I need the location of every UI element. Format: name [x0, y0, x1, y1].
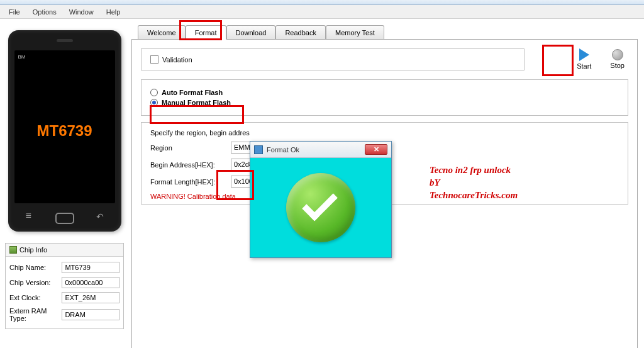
auto-format-radio[interactable]: [150, 89, 158, 96]
format-ok-dialog: Format Ok ✕: [250, 141, 392, 258]
chip-name-label: Chip Name:: [9, 264, 62, 271]
menu-file[interactable]: File: [3, 6, 26, 18]
chip-name-value: MT6739: [62, 262, 119, 273]
validation-box: Validation: [141, 48, 525, 70]
annotation-line2: bY: [430, 176, 440, 189]
phone-home-icon: [55, 213, 74, 224]
validation-label: Validation: [162, 56, 192, 64]
play-icon: [579, 48, 589, 61]
chip-version-label: Chip Version:: [9, 279, 62, 286]
start-button[interactable]: Start: [577, 48, 591, 70]
validation-checkbox[interactable]: [150, 55, 158, 64]
phone-back-icon: ↶: [96, 211, 104, 222]
tab-readback[interactable]: Readback: [275, 25, 326, 39]
chip-icon: [9, 246, 17, 254]
phone-bm-label: BM: [18, 54, 26, 60]
window-titlebar: [0, 0, 644, 5]
annotation-line3: TechnocareTricks.com: [430, 189, 518, 202]
dialog-close-button[interactable]: ✕: [365, 144, 387, 155]
tab-memory-test[interactable]: Memory Test: [326, 25, 384, 39]
tabs: Welcome Format Download Readback Memory …: [138, 23, 638, 39]
format-length-label: Format Length[HEX]:: [150, 178, 231, 186]
chip-version-value: 0x0000ca00: [62, 277, 119, 288]
specify-region-text: Specify the region, begin addres: [150, 129, 250, 137]
dialog-title: Format Ok: [267, 146, 361, 154]
ext-clock-value: EXT_26M: [62, 292, 119, 303]
tab-welcome[interactable]: Welcome: [138, 25, 186, 39]
start-label: Start: [577, 62, 591, 70]
ext-clock-label: Ext Clock:: [9, 294, 62, 301]
chip-info-panel: Chip Info Chip Name: MT6739 Chip Version…: [5, 243, 124, 329]
menu-help[interactable]: Help: [100, 6, 127, 18]
phone-preview: BM MT6739 ≡ ↶: [8, 30, 121, 232]
auto-format-label: Auto Format Flash: [162, 89, 223, 96]
dialog-window-icon: [254, 145, 263, 154]
tab-download[interactable]: Download: [226, 25, 276, 39]
tab-format[interactable]: Format: [186, 25, 226, 40]
manual-format-radio[interactable]: [150, 99, 158, 106]
phone-chip-label: MT6739: [36, 122, 92, 140]
success-check-icon: [286, 173, 355, 242]
menu-window[interactable]: Window: [63, 6, 100, 18]
stop-button[interactable]: Stop: [610, 49, 625, 69]
extern-ram-value: DRAM: [62, 309, 119, 320]
menubar: File Options Window Help: [0, 5, 644, 19]
annotation-line1: Tecno in2 frp unlock: [430, 164, 511, 177]
menu-options[interactable]: Options: [26, 6, 63, 18]
manual-format-label: Manual Format Flash: [162, 99, 231, 106]
phone-menu-icon: ≡: [26, 210, 31, 222]
region-label: Region: [150, 144, 231, 152]
begin-address-label: Begin Address[HEX]:: [150, 161, 231, 169]
left-panel: BM MT6739 ≡ ↶ Chip Info Chip Name: MT673…: [0, 19, 129, 348]
format-options-box: Auto Format Flash Manual Format Flash: [141, 79, 628, 116]
stop-icon: [612, 49, 623, 60]
stop-label: Stop: [610, 62, 625, 69]
chip-info-title: Chip Info: [19, 246, 47, 254]
extern-ram-label: Extern RAM Type:: [9, 307, 62, 322]
